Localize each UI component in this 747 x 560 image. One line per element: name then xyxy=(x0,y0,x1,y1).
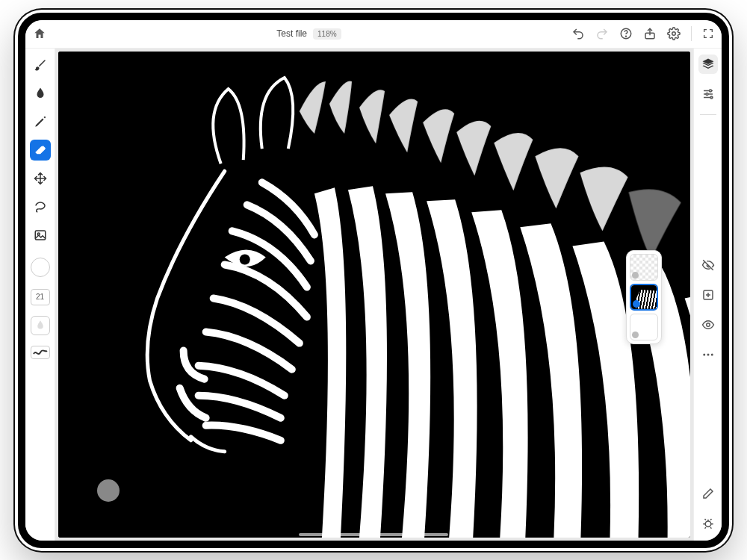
share-button[interactable] xyxy=(643,27,657,40)
pen-tool[interactable] xyxy=(30,111,51,132)
canvas-area xyxy=(55,49,693,541)
app-screen: Test file 118% xyxy=(25,20,722,541)
left-toolbar: 21 xyxy=(25,49,55,541)
layer-thumb-artwork[interactable] xyxy=(630,284,658,311)
paint-brush-tool[interactable] xyxy=(30,55,51,75)
lasso-tool[interactable] xyxy=(30,196,51,217)
move-tool[interactable] xyxy=(30,168,51,189)
top-bar: Test file 118% xyxy=(25,20,722,49)
fullscreen-button[interactable] xyxy=(702,28,714,40)
tablet-device-frame: Test file 118% xyxy=(15,10,732,551)
layers-flyout xyxy=(626,250,662,344)
visibility-icon[interactable] xyxy=(698,315,718,335)
svg-rect-4 xyxy=(35,231,46,240)
svg-point-12 xyxy=(706,323,710,326)
color-swatch[interactable] xyxy=(31,258,50,277)
eraser-tool[interactable] xyxy=(30,140,51,161)
layer-visibility-dot xyxy=(632,332,639,338)
help-button[interactable] xyxy=(619,27,633,40)
edit-pencil-icon[interactable] xyxy=(698,484,718,503)
svg-point-1 xyxy=(626,36,627,37)
brush-size-input[interactable]: 21 xyxy=(31,289,50,305)
more-options-button[interactable] xyxy=(698,345,718,364)
svg-point-9 xyxy=(706,93,708,95)
layers-panel-button[interactable] xyxy=(698,55,718,74)
undo-button[interactable] xyxy=(571,27,585,40)
svg-point-3 xyxy=(672,32,676,36)
zoom-level-badge[interactable]: 118% xyxy=(313,28,341,40)
layer-visibility-dot xyxy=(632,272,639,279)
artwork-zebra xyxy=(58,52,690,538)
svg-point-16 xyxy=(705,521,711,527)
visibility-hidden-icon[interactable] xyxy=(698,255,718,275)
layer-thumb-transparent[interactable] xyxy=(630,254,658,281)
image-tool[interactable] xyxy=(30,225,51,246)
settings-button[interactable] xyxy=(667,27,681,40)
canvas[interactable] xyxy=(58,52,690,538)
home-indicator[interactable] xyxy=(299,533,448,536)
redo-button[interactable] xyxy=(595,27,609,40)
svg-point-8 xyxy=(709,90,711,92)
adjustments-button[interactable] xyxy=(698,84,718,104)
add-layer-button[interactable] xyxy=(698,285,718,305)
layer-thumb-background[interactable] xyxy=(630,314,658,340)
layer-active-dot xyxy=(633,300,640,308)
svg-point-13 xyxy=(703,353,705,355)
brush-shape-preview[interactable] xyxy=(31,316,50,335)
bug-report-icon[interactable] xyxy=(698,514,718,533)
touch-shortcut-button[interactable] xyxy=(97,479,120,502)
home-button[interactable] xyxy=(33,27,46,40)
smudge-tool[interactable] xyxy=(30,83,51,104)
svg-point-14 xyxy=(707,353,709,355)
svg-point-7 xyxy=(240,254,250,264)
svg-point-15 xyxy=(710,353,713,355)
document-title: Test file xyxy=(276,28,307,39)
right-toolbar xyxy=(693,49,722,541)
stroke-preview[interactable] xyxy=(31,346,50,359)
